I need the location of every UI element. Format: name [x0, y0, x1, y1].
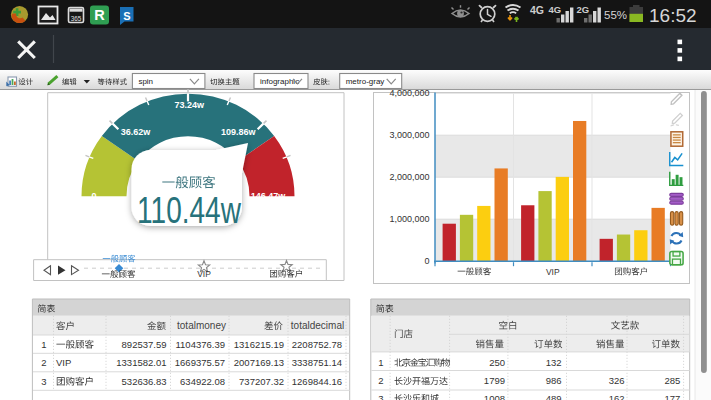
svg-text:1669375.57: 1669375.57	[175, 357, 225, 368]
svg-text:16:52: 16:52	[649, 5, 697, 26]
svg-text:36.62w: 36.62w	[121, 127, 152, 137]
svg-text:132: 132	[546, 357, 562, 368]
svg-text:365: 365	[71, 15, 82, 22]
svg-text:R: R	[94, 7, 105, 23]
svg-text:2007169.13: 2007169.13	[234, 357, 284, 368]
svg-text:2: 2	[41, 357, 46, 368]
svg-text:489: 489	[546, 393, 562, 400]
svg-text:55%: 55%	[604, 9, 627, 21]
svg-text:986: 986	[546, 375, 562, 386]
svg-text:VIP: VIP	[546, 267, 560, 277]
svg-text:spin: spin	[138, 77, 153, 86]
svg-text:892537.59: 892537.59	[122, 339, 167, 350]
svg-text:2,000,000: 2,000,000	[389, 172, 429, 182]
svg-text:1331582.01: 1331582.01	[116, 357, 166, 368]
svg-text:1008: 1008	[484, 393, 505, 400]
svg-text:109.86w: 109.86w	[221, 127, 257, 137]
svg-text:1: 1	[378, 357, 383, 368]
svg-text:1269844.16: 1269844.16	[292, 376, 342, 387]
svg-text:S: S	[123, 10, 130, 22]
svg-text:532636.83: 532636.83	[122, 376, 167, 387]
svg-text:0: 0	[91, 191, 96, 201]
svg-text:4G: 4G	[530, 4, 544, 16]
svg-text:VIP: VIP	[56, 357, 71, 368]
svg-text:177: 177	[664, 393, 680, 400]
svg-text:1,000,000: 1,000,000	[389, 214, 429, 224]
svg-text:3: 3	[378, 393, 383, 400]
svg-text:146.47w: 146.47w	[251, 191, 287, 201]
svg-text:634922.08: 634922.08	[180, 376, 225, 387]
svg-text:2G: 2G	[577, 4, 590, 15]
svg-text:4G: 4G	[549, 4, 562, 15]
svg-text:250: 250	[489, 357, 505, 368]
svg-text:2: 2	[378, 375, 383, 386]
svg-text:3,000,000: 3,000,000	[389, 130, 429, 140]
svg-text:totaldecimal: totaldecimal	[291, 320, 344, 331]
svg-text:0: 0	[424, 256, 429, 266]
svg-text:162: 162	[609, 393, 625, 400]
svg-text:totalmoney: totalmoney	[177, 320, 226, 331]
svg-text:1104376.39: 1104376.39	[176, 339, 226, 350]
svg-text:VIP: VIP	[197, 269, 211, 279]
svg-text:3338751.14: 3338751.14	[292, 357, 342, 368]
svg-text:2208752.78: 2208752.78	[292, 339, 342, 350]
svg-text:4,000,000: 4,000,000	[389, 88, 429, 98]
svg-text:3: 3	[41, 376, 46, 387]
svg-text:285: 285	[664, 375, 680, 386]
svg-text:1316215.19: 1316215.19	[234, 339, 284, 350]
svg-text:metro-gray: metro-gray	[346, 77, 385, 86]
svg-text:1799: 1799	[484, 375, 505, 386]
svg-text:73.24w: 73.24w	[175, 100, 206, 110]
svg-text:737207.32: 737207.32	[239, 376, 284, 387]
svg-text:1: 1	[41, 339, 46, 350]
svg-text:326: 326	[609, 375, 625, 386]
svg-text:110.44w: 110.44w	[137, 190, 241, 230]
